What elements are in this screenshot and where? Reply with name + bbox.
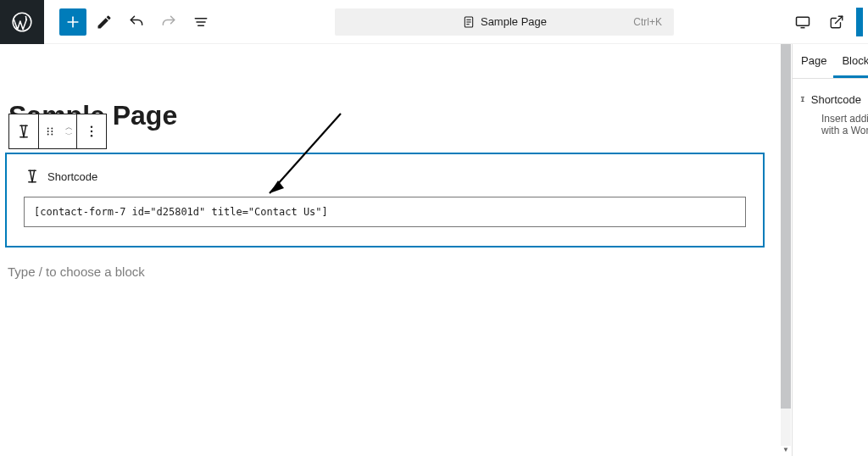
svg-point-16 [51,131,53,132]
svg-point-13 [47,128,49,130]
block-settings-panel: Shortcode Insert addi with a Wor [793,79,868,148]
document-bar[interactable]: Sample Page Ctrl+K [335,8,674,36]
add-block-button[interactable] [59,8,86,36]
paragraph-placeholder[interactable]: Type / to choose a block [8,264,145,279]
svg-point-17 [47,134,49,136]
panel-description-line2: with a Wor [799,125,861,136]
sidebar-tabs: Page Block [793,44,868,79]
publish-button[interactable] [856,8,863,36]
svg-point-18 [51,134,53,136]
scrollbar-thumb[interactable] [781,44,791,409]
panel-title: Shortcode [811,93,861,106]
block-label-text: Shortcode [47,170,97,183]
redo-button[interactable] [154,8,183,36]
settings-sidebar: Page Block Shortcode Insert addi with a … [792,44,868,456]
svg-point-15 [47,131,49,132]
wordpress-logo[interactable] [0,0,44,44]
document-overview-button[interactable] [186,8,215,36]
tab-page[interactable]: Page [793,44,833,78]
svg-rect-10 [797,17,810,25]
scrollbar-down-arrow[interactable]: ▼ [781,444,791,454]
view-button[interactable] [788,8,817,36]
open-external-button[interactable] [822,8,851,36]
vertical-scrollbar[interactable]: ▼ [781,44,791,446]
undo-button[interactable] [122,8,151,36]
block-movers: ︿ ﹀ [61,114,76,148]
edit-tool-button[interactable] [90,8,119,36]
block-type-button[interactable] [9,114,38,148]
shortcode-block[interactable]: Shortcode [5,153,765,247]
svg-point-20 [91,131,92,132]
svg-point-14 [51,128,53,130]
shortcode-input[interactable] [24,197,746,227]
drag-handle[interactable] [39,114,61,148]
top-toolbar: Sample Page Ctrl+K [0,0,868,44]
move-down-button[interactable]: ﹀ [65,131,73,139]
tab-block[interactable]: Block [833,44,868,78]
svg-line-12 [836,16,843,23]
toolbar-right-tools [788,8,863,36]
block-toolbar: ︿ ﹀ [8,114,107,149]
svg-point-21 [91,135,92,136]
panel-description-line1: Insert addi [799,113,861,125]
svg-point-19 [91,126,92,128]
document-title: Sample Page [481,15,547,28]
block-label-row: Shortcode [24,168,746,185]
block-options-button[interactable] [77,114,106,148]
editor-canvas: Sample Page ︿ ﹀ Shortcode [0,44,780,456]
document-bar-shortcut: Ctrl+K [633,16,662,28]
